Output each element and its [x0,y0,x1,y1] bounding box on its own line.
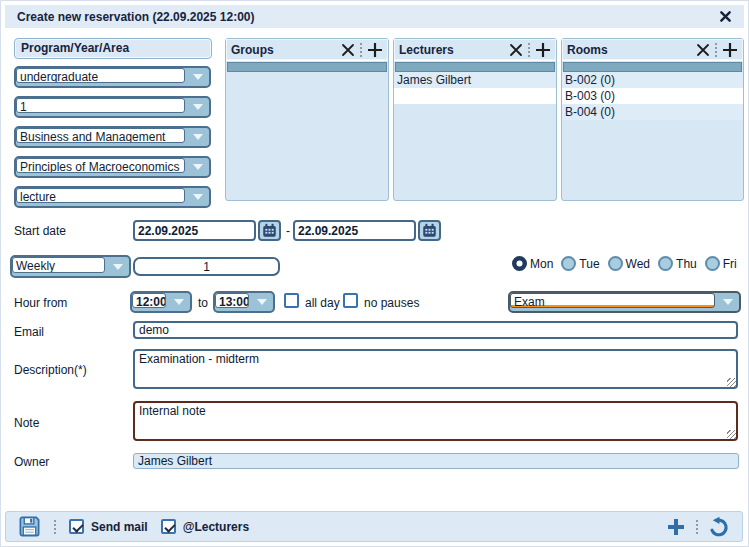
list-item[interactable]: B-003 (0) [562,88,743,104]
chevron-down-icon[interactable] [186,158,209,176]
no-pauses-checkbox[interactable] [343,293,358,308]
chevron-down-icon[interactable] [250,293,273,311]
add-icon[interactable] [367,42,383,58]
note-label: Note [14,416,39,430]
radio-mon[interactable] [512,256,527,271]
panel-title: Rooms [567,43,691,57]
year-select[interactable]: 1 [14,96,211,118]
program-year-area-header: Program/Year/Area [14,38,212,59]
program-select-value[interactable]: Business and Management [16,128,185,143]
date-to-input[interactable] [293,220,416,241]
hour-to-value[interactable]: 13:00 [215,293,249,308]
note-field[interactable]: Internal note [133,401,738,441]
interval-input[interactable] [133,257,280,276]
program-select[interactable]: Business and Management [14,126,211,148]
owner-label: Owner [14,455,49,469]
description-field[interactable]: Examination - midterm [133,349,738,389]
remove-icon[interactable] [509,43,523,57]
start-date-label: Start date [14,224,66,238]
at-lecturers-checkbox[interactable] [161,519,176,534]
create-reservation-dialog: Create new reservation (22.09.2025 12:00… [0,0,749,547]
level-select-value[interactable]: undergraduate [16,68,185,83]
remove-icon[interactable] [341,43,355,57]
chevron-down-icon[interactable] [186,128,209,146]
drag-handle-icon[interactable] [360,43,362,57]
radio-fri[interactable] [705,256,720,271]
year-select-value[interactable]: 1 [16,98,185,113]
owner-field: James Gilbert [133,453,739,469]
lecturers-list[interactable]: James Gilbert [394,72,556,104]
event-type-select[interactable]: Exam [508,291,741,313]
chevron-down-icon[interactable] [716,293,739,311]
day-label: Tue [579,257,599,271]
date-from-input[interactable] [133,220,256,241]
chevron-down-icon[interactable] [186,188,209,206]
list-item[interactable]: B-002 (0) [562,72,743,88]
undo-icon[interactable] [708,516,730,538]
groups-panel-header: Groups [226,39,388,61]
radio-wed[interactable] [608,256,623,271]
chevron-down-icon[interactable] [167,293,190,311]
groups-panel: Groups [225,38,389,201]
hour-from-select[interactable]: 12:00 [130,291,192,313]
rooms-panel: Rooms B-002 (0)B-003 (0)B-004 (0) [561,38,744,201]
drag-handle-icon[interactable] [54,520,56,534]
panel-column-bar [227,62,387,72]
day-label: Mon [530,257,553,271]
weekday-selector: Mon Tue Wed Thu Fri [512,256,745,271]
class-type-select-value[interactable]: lecture [16,188,185,203]
level-select[interactable]: undergraduate [14,66,211,88]
chevron-down-icon[interactable] [106,257,129,276]
chevron-down-icon[interactable] [186,98,209,116]
panel-column-bar [563,62,742,72]
date-range-separator: - [286,224,290,238]
all-day-checkbox[interactable] [284,293,299,308]
all-day-label: all day [305,296,340,310]
save-icon[interactable] [18,515,41,538]
hour-to-word: to [198,296,208,310]
panel-title: Lecturers [399,43,504,57]
chevron-down-icon[interactable] [186,68,209,86]
resize-handle-icon[interactable] [727,430,736,439]
class-type-select[interactable]: lecture [14,186,211,208]
radio-tue[interactable] [561,256,576,271]
email-field[interactable] [133,321,738,339]
add-reservation-icon[interactable] [666,517,686,537]
day-label: Thu [676,257,697,271]
panel-column-bar [395,62,555,72]
lecturers-panel: Lecturers James Gilbert [393,38,557,201]
list-item-empty [394,88,556,104]
send-mail-checkbox[interactable] [69,519,84,534]
subject-select-value[interactable]: Principles of Macroeconomics [16,158,185,173]
send-mail-label: Send mail [91,520,148,534]
email-label: Email [14,325,44,339]
calendar-icon[interactable] [418,220,441,241]
no-pauses-label: no pauses [364,296,419,310]
radio-thu[interactable] [658,256,673,271]
event-type-value[interactable]: Exam [510,293,715,308]
frequency-select[interactable]: Weekly [10,255,131,278]
frequency-select-value[interactable]: Weekly [12,257,105,273]
subject-select[interactable]: Principles of Macroeconomics [14,156,211,178]
close-icon[interactable] [719,10,732,23]
drag-handle-icon[interactable] [528,43,530,57]
hour-from-value[interactable]: 12:00 [132,293,166,308]
add-icon[interactable] [535,42,551,58]
at-lecturers-label: @Lecturers [183,520,249,534]
panel-title: Groups [231,43,336,57]
list-item[interactable]: B-004 (0) [562,104,743,120]
lecturers-panel-header: Lecturers [394,39,556,61]
hour-to-select[interactable]: 13:00 [213,291,275,313]
drag-handle-icon[interactable] [696,520,698,534]
bottom-toolbar: Send mail @Lecturers [5,511,743,542]
add-icon[interactable] [722,42,738,58]
resize-handle-icon[interactable] [727,378,736,387]
hour-from-label: Hour from [14,296,67,310]
rooms-list[interactable]: B-002 (0)B-003 (0)B-004 (0) [562,72,743,120]
drag-handle-icon[interactable] [715,43,717,57]
list-item[interactable]: James Gilbert [394,72,556,88]
rooms-panel-header: Rooms [562,39,743,61]
description-label: Description(*) [14,363,87,377]
calendar-icon[interactable] [258,220,281,241]
remove-icon[interactable] [696,43,710,57]
